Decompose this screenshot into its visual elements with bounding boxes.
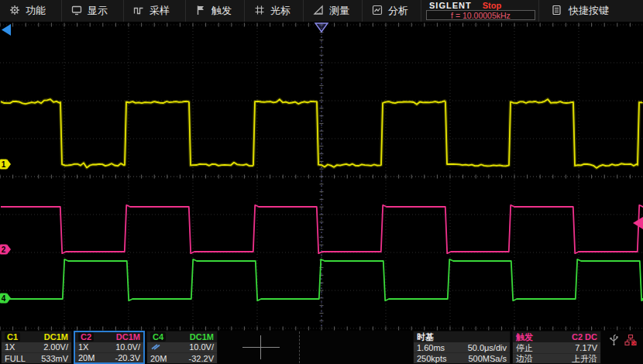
trigger-level-value: 7.17V (575, 343, 597, 352)
trigger-type: 边沿 (516, 353, 533, 364)
menu-item-label: 光标 (270, 4, 291, 18)
menu-item-label: 分析 (388, 4, 408, 18)
channel-box-c1[interactable]: C1 DC1M 1X2.00V/ FULL533mV (1, 331, 72, 364)
bandwidth-c4: 20M (150, 354, 167, 363)
add-trace-crosshair[interactable] (242, 332, 280, 362)
status-bar: C1 DC1M 1X2.00V/ FULL533mV C2 DC1M 1X10.… (0, 331, 643, 364)
svg-text:2: 2 (2, 246, 6, 254)
probe-attenuation-c1: 1X (5, 342, 15, 352)
waveform-display[interactable]: 124 (0, 22, 643, 331)
trigger-mode: 停止 (516, 342, 533, 354)
brand-logo: SIGLENT (429, 1, 472, 10)
quick-keys-button[interactable]: 快捷按键 (539, 0, 643, 22)
menu-item-cursors[interactable]: 光标 (245, 0, 304, 22)
trigger-box[interactable]: 触发 C2 DC 停止7.17V 边沿上升沿 (512, 331, 601, 364)
usb-icon (609, 334, 619, 349)
coupling-label-c1: DC1M (44, 332, 68, 342)
probe-skew-icon (150, 342, 162, 352)
vertical-scale-c2: 10.0V/ (115, 342, 140, 352)
menu-item-label: 功能 (26, 4, 46, 18)
status-block: SIGLENT Stop f = 10.00005kHz (421, 0, 539, 22)
menu-item-acquire[interactable]: 采样 (124, 0, 186, 22)
trigger-title: 触发 (516, 331, 533, 343)
coupling-label-c2: DC1M (116, 332, 140, 342)
channel-box-c2[interactable]: C2 DC1M 1X10.0V/ 20M-20.3V (74, 331, 145, 364)
vertical-scale-c1: 2.00V/ (43, 342, 68, 352)
menu-item-measure[interactable]: 测量 (304, 0, 363, 22)
oscilloscope-screen: 功能 显示 采样 触发 光标 测量 分析 SIGLENT (0, 0, 643, 364)
trigger-slope: 上升沿 (572, 353, 597, 364)
channel-label-c4: C4 (150, 332, 166, 342)
bandwidth-c1: FULL (5, 354, 26, 363)
horizontal-scale: 50.0μs/div (468, 343, 507, 352)
statusbar-divider (299, 331, 300, 363)
gear-icon (9, 5, 20, 18)
vertical-scale-c4: 10.0V/ (189, 342, 214, 352)
horizontal-delay: 1.60ms (417, 343, 445, 352)
bandwidth-c2: 20M (78, 353, 95, 362)
memory-depth: 250kpts (417, 354, 447, 363)
menu-item-display[interactable]: 显示 (62, 0, 124, 22)
flag-icon (195, 5, 206, 18)
offset-c2: -20.3V (115, 353, 140, 362)
frequency-counter: f = 10.00005kHz (426, 10, 535, 20)
lan-error-icon (624, 334, 637, 349)
menu-item-label: 显示 (88, 4, 108, 18)
menu-item-utility[interactable]: 功能 (0, 0, 62, 22)
acquisition-status: Stop (483, 1, 501, 10)
probe-attenuation-c2: 1X (78, 342, 88, 352)
offset-c1: 533mV (41, 354, 68, 363)
menu-item-analysis[interactable]: 分析 (363, 0, 421, 22)
offset-c4: -32.2V (189, 354, 214, 363)
sample-icon (133, 5, 144, 18)
menu-item-label: 测量 (329, 4, 349, 18)
timebase-box[interactable]: 时基 1.60ms50.0μs/div 250kpts500MSa/s (413, 331, 511, 364)
menu-item-label: 采样 (150, 4, 170, 18)
channel-label-c2: C2 (78, 332, 94, 342)
sample-rate: 500MSa/s (468, 354, 507, 363)
menu-item-trigger[interactable]: 触发 (186, 0, 245, 22)
graticule: 124 (0, 22, 643, 331)
svg-text:1: 1 (2, 160, 6, 169)
list-icon (552, 5, 562, 18)
analyze-icon (372, 5, 383, 18)
menu-item-label: 触发 (211, 4, 232, 18)
menu-bar: 功能 显示 采样 触发 光标 测量 分析 SIGLENT (0, 0, 643, 22)
svg-text:4: 4 (2, 294, 6, 303)
channel-box-c4[interactable]: C4 DC1M 10.0V/ 20M-32.2V (146, 331, 218, 364)
timebase-title: 时基 (417, 331, 434, 343)
display-icon (71, 5, 82, 18)
channel-label-c1: C1 (5, 332, 20, 342)
quick-keys-label: 快捷按键 (569, 4, 609, 18)
coupling-label-c4: DC1M (190, 332, 214, 342)
measure-icon (313, 5, 324, 18)
trigger-source: C2 DC (572, 332, 597, 342)
cursor-icon (254, 5, 265, 18)
